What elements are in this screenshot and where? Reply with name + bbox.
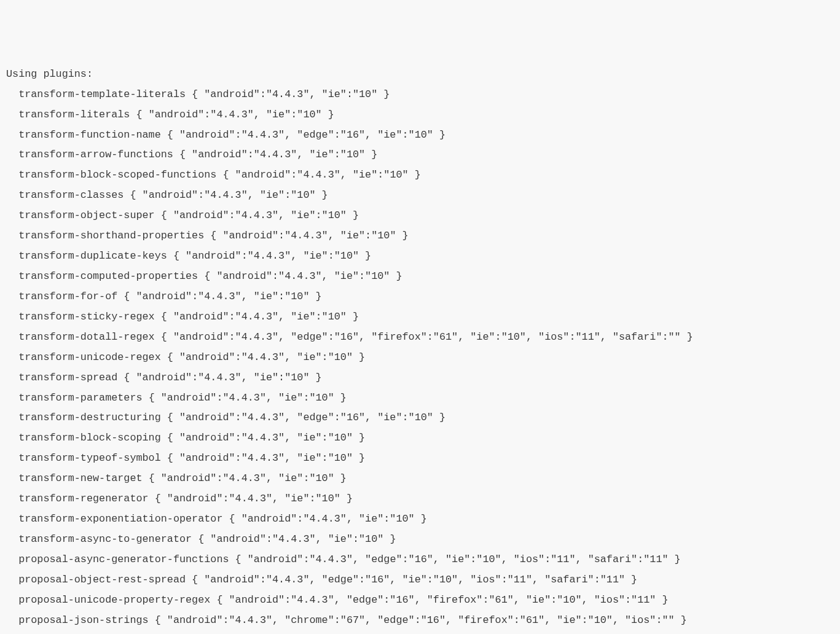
plugin-name: transform-object-super [18, 209, 155, 221]
plugin-line: transform-exponentiation-operator { "and… [6, 509, 834, 530]
plugin-targets: { "android":"4.4.3", "ie":"10" } [149, 493, 353, 504]
plugin-targets: { "android":"4.4.3", "ie":"10" } [222, 513, 426, 525]
plugin-name: transform-dotall-regex [18, 331, 155, 343]
plugin-targets: { "android":"4.4.3", "ie":"10" } [143, 472, 347, 484]
plugin-line: transform-spread { "android":"4.4.3", "i… [6, 368, 834, 388]
plugin-line: proposal-async-generator-functions { "an… [6, 550, 834, 570]
plugin-line: proposal-json-strings { "android":"4.4.3… [6, 611, 834, 631]
plugin-name: transform-for-of [18, 291, 117, 302]
plugin-targets: { "android":"4.4.3", "ie":"10" } [161, 432, 365, 444]
plugin-name: transform-spread [18, 372, 117, 383]
plugin-targets: { "android":"4.4.3", "edge":"16", "ie":"… [229, 554, 681, 565]
plugin-name: transform-literals [18, 109, 130, 120]
plugin-line: transform-typeof-symbol { "android":"4.4… [6, 448, 834, 469]
plugin-targets: { "android":"4.4.3", "ie":"10" } [204, 230, 408, 241]
plugin-line: transform-regenerator { "android":"4.4.3… [6, 489, 834, 509]
plugin-line: transform-unicode-regex { "android":"4.4… [6, 348, 834, 368]
plugin-name: transform-function-name [18, 129, 161, 141]
plugin-line: transform-block-scoped-functions { "andr… [6, 165, 834, 186]
plugin-line: transform-sticky-regex { "android":"4.4.… [6, 307, 834, 327]
plugin-targets: { "android":"4.4.3", "ie":"10" } [117, 291, 321, 302]
plugin-targets: { "android":"4.4.3", "ie":"10" } [173, 149, 377, 160]
plugin-name: transform-arrow-functions [18, 149, 173, 160]
plugin-line: transform-parameters { "android":"4.4.3"… [6, 388, 834, 409]
plugin-line: transform-dotall-regex { "android":"4.4.… [6, 327, 834, 348]
plugin-name: transform-parameters [18, 392, 142, 404]
plugin-targets: { "android":"4.4.3", "ie":"10" } [161, 351, 365, 363]
plugin-targets: { "android":"4.4.3", "chrome":"67", "edg… [149, 614, 687, 626]
plugin-targets: { "android":"4.4.3", "ie":"10" } [124, 189, 328, 201]
plugin-targets: { "android":"4.4.3", "ie":"10" } [192, 533, 396, 545]
plugin-targets: { "android":"4.4.3", "ie":"10" } [186, 88, 390, 100]
plugin-line: transform-template-literals { "android":… [6, 85, 834, 105]
plugin-targets: { "android":"4.4.3", "ie":"10" } [117, 372, 321, 383]
plugin-name: transform-exponentiation-operator [18, 513, 222, 525]
plugin-targets: { "android":"4.4.3", "ie":"10" } [167, 250, 371, 262]
plugin-line: proposal-object-rest-spread { "android":… [6, 570, 834, 590]
plugin-name: transform-typeof-symbol [18, 452, 161, 464]
plugin-line: transform-new-target { "android":"4.4.3"… [6, 469, 834, 489]
plugin-targets: { "android":"4.4.3", "ie":"10" } [155, 209, 359, 221]
plugin-name: transform-unicode-regex [18, 351, 161, 363]
plugin-targets: { "android":"4.4.3", "ie":"10" } [143, 392, 347, 404]
plugin-line: transform-shorthand-properties { "androi… [6, 226, 834, 246]
plugin-name: transform-destructuring [18, 412, 161, 423]
plugin-line: transform-arrow-functions { "android":"4… [6, 145, 834, 165]
plugin-line: transform-literals { "android":"4.4.3", … [6, 105, 834, 125]
header-line: Using plugins: [6, 65, 834, 85]
plugin-line: transform-classes { "android":"4.4.3", "… [6, 186, 834, 206]
plugin-name: transform-regenerator [18, 493, 148, 504]
plugin-name: transform-block-scoped-functions [18, 169, 216, 181]
plugin-line: transform-duplicate-keys { "android":"4.… [6, 246, 834, 267]
plugin-name: transform-sticky-regex [18, 311, 155, 323]
plugin-line: transform-computed-properties { "android… [6, 267, 834, 287]
plugin-line: transform-function-name { "android":"4.4… [6, 125, 834, 146]
plugin-name: proposal-json-strings [18, 614, 148, 626]
plugin-line: transform-destructuring { "android":"4.4… [6, 408, 834, 428]
plugin-line: transform-async-to-generator { "android"… [6, 530, 834, 550]
plugin-line: proposal-unicode-property-regex { "andro… [6, 590, 834, 611]
plugin-targets: { "android":"4.4.3", "edge":"16", "ie":"… [161, 412, 446, 423]
plugin-targets: { "android":"4.4.3", "ie":"10" } [161, 452, 365, 464]
plugin-line: transform-object-super { "android":"4.4.… [6, 206, 834, 226]
console-output-block: Using plugins:transform-template-literal… [0, 41, 840, 634]
plugin-targets: { "android":"4.4.3", "ie":"10" } [216, 169, 420, 181]
plugin-name: proposal-unicode-property-regex [18, 594, 210, 606]
plugin-name: transform-shorthand-properties [18, 230, 204, 241]
plugin-name: transform-computed-properties [18, 270, 198, 282]
plugin-targets: { "android":"4.4.3", "edge":"16", "firef… [155, 331, 693, 343]
plugin-line: proposal-optional-catch-binding { "andro… [6, 631, 834, 634]
plugin-name: transform-block-scoping [18, 432, 161, 444]
plugin-line: transform-block-scoping { "android":"4.4… [6, 428, 834, 448]
plugin-targets: { "android":"4.4.3", "edge":"16", "ie":"… [161, 129, 446, 141]
plugin-name: transform-new-target [18, 472, 142, 484]
plugin-line: transform-for-of { "android":"4.4.3", "i… [6, 287, 834, 307]
plugin-targets: { "android":"4.4.3", "ie":"10" } [130, 109, 334, 120]
plugin-targets: { "android":"4.4.3", "edge":"16", "firef… [210, 594, 668, 606]
plugin-name: proposal-async-generator-functions [18, 554, 229, 565]
plugin-name: proposal-object-rest-spread [18, 574, 186, 585]
plugin-targets: { "android":"4.4.3", "ie":"10" } [155, 311, 359, 323]
plugin-targets: { "android":"4.4.3", "ie":"10" } [198, 270, 402, 282]
plugin-targets: { "android":"4.4.3", "edge":"16", "ie":"… [186, 574, 637, 585]
plugin-name: transform-classes [18, 189, 124, 201]
plugin-name: transform-template-literals [18, 88, 186, 100]
plugin-name: transform-duplicate-keys [18, 250, 167, 262]
plugin-name: transform-async-to-generator [18, 533, 192, 545]
